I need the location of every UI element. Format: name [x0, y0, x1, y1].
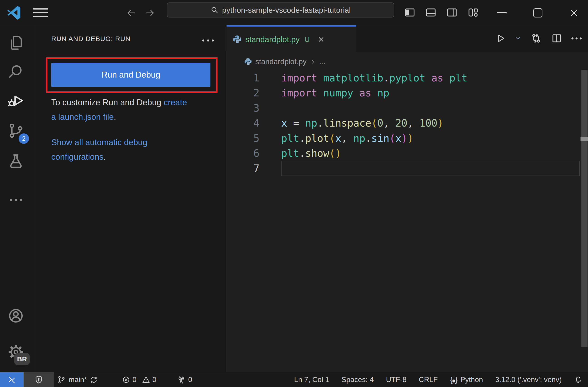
cursor-position[interactable]: Ln 7, Col 1: [294, 372, 329, 387]
explorer-icon: [7, 34, 24, 51]
split-editor-button[interactable]: [551, 33, 562, 44]
editor-scrollbar[interactable]: [581, 52, 588, 372]
run-debug-icon: [7, 92, 24, 109]
auto-period: .: [104, 152, 106, 162]
toggle-sidebar-left-icon[interactable]: [404, 7, 416, 18]
sidebar-title: RUN AND DEBUG: RUN: [51, 35, 131, 43]
code-lines: 1import matplotlib.pyplot as plt2import …: [226, 70, 588, 176]
branch-name: main*: [68, 375, 87, 384]
code-line[interactable]: 4x = np.linspace(0, 20, 100): [226, 116, 588, 131]
code-line[interactable]: 5plt.plot(x, np.sin(x)): [226, 131, 588, 146]
code-line[interactable]: 2import numpy as np: [226, 86, 588, 101]
sync-icon: [90, 376, 98, 384]
forward-icon[interactable]: [145, 7, 156, 18]
breadcrumb-file[interactable]: standardplot.py: [255, 57, 307, 66]
ports-count: 0: [188, 375, 192, 384]
minimize-icon[interactable]: [497, 12, 506, 13]
warning-icon: [142, 376, 150, 384]
profile-badge: BR: [14, 353, 30, 365]
toggle-panel-icon[interactable]: [425, 7, 437, 18]
warning-count: 0: [152, 375, 156, 384]
toggle-sidebar-right-icon[interactable]: [446, 7, 458, 18]
line-number: 4: [226, 117, 259, 129]
status-bar-right: Ln 7, Col 1 Spaces: 4 UTF-8 CRLF {} Pyth…: [294, 372, 583, 387]
back-icon[interactable]: [126, 7, 137, 18]
breadcrumb-python-icon: [244, 58, 252, 66]
vscode-window: python-sample-vscode-fastapi-tutorial 2: [0, 0, 588, 387]
code-line[interactable]: 1import matplotlib.pyplot as plt: [226, 70, 588, 86]
python-file-icon: [232, 35, 242, 44]
views-more-actions-icon[interactable]: [202, 40, 214, 42]
line-number: 1: [226, 72, 259, 84]
scrollbar-cursor-decoration: [581, 137, 588, 141]
command-center-search[interactable]: python-sample-vscode-fastapi-tutorial: [167, 2, 394, 18]
activity-bar: 2 BR: [0, 25, 35, 372]
branch-status-item[interactable]: main*: [57, 372, 98, 387]
ellipsis-icon: [10, 199, 22, 201]
language-label: Python: [460, 375, 483, 384]
radio-tower-icon: [176, 375, 186, 385]
run-dropdown-button[interactable]: [515, 35, 521, 42]
code-line[interactable]: 7: [226, 161, 588, 176]
language-icon: {}: [450, 375, 458, 384]
accounts-button[interactable]: [7, 307, 25, 325]
split-editor-icon: [551, 33, 562, 44]
testing-icon: [7, 152, 24, 170]
breadcrumb: standardplot.py ...: [244, 55, 325, 68]
close-icon[interactable]: [569, 8, 579, 18]
customize-layout-icon[interactable]: [467, 7, 479, 18]
open-changes-button[interactable]: [530, 32, 542, 44]
line-number: 3: [226, 102, 259, 114]
title-bar: python-sample-vscode-fastapi-tutorial: [0, 0, 588, 25]
vscode-logo-icon: [6, 5, 21, 20]
menu-icon[interactable]: [33, 8, 48, 18]
encoding[interactable]: UTF-8: [386, 372, 407, 387]
hint-period: .: [114, 112, 116, 122]
error-icon: [122, 376, 130, 384]
code-line[interactable]: 6plt.show(): [226, 146, 588, 161]
remote-indicator[interactable]: [0, 372, 23, 387]
open-changes-icon: [530, 32, 542, 44]
sidebar-item-run-and-debug[interactable]: [7, 92, 25, 110]
sidebar-item-source-control[interactable]: 2: [7, 122, 25, 140]
tab-bar: standardplot.py U: [226, 25, 588, 52]
sidebar-item-search[interactable]: [7, 63, 25, 81]
line-number: 2: [226, 87, 259, 99]
hint-text: To customize Run and Debug: [51, 98, 164, 107]
scrollbar-thumb[interactable]: [581, 70, 588, 347]
shield-icon: [34, 375, 43, 385]
layout-controls: [404, 7, 479, 18]
error-count: 0: [132, 375, 137, 384]
status-bar: main* 0 0 0 Ln 7, Col 1 Spaces: 4 UTF-8 …: [0, 372, 588, 387]
breadcrumb-more[interactable]: ...: [319, 57, 326, 66]
auto-debug-hint: Show all automatic debug configurations.: [51, 135, 187, 164]
workspace-search-text: python-sample-vscode-fastapi-tutorial: [222, 6, 351, 15]
problems-status-item[interactable]: 0 0: [122, 372, 156, 387]
line-number: 6: [226, 148, 259, 159]
account-icon: [7, 307, 24, 324]
sidebar-item-testing[interactable]: [7, 152, 25, 170]
language-mode[interactable]: {} Python: [450, 372, 483, 387]
search-view-icon: [7, 63, 24, 80]
run-python-file-button[interactable]: [495, 33, 506, 44]
workspace-trust-button[interactable]: [23, 372, 54, 387]
run-icon: [495, 33, 506, 44]
tab-close-icon[interactable]: [317, 36, 325, 43]
indentation[interactable]: Spaces: 4: [341, 372, 374, 387]
editor-more-actions-icon[interactable]: [571, 37, 582, 40]
branch-icon: [57, 375, 66, 384]
line-number: 5: [226, 132, 259, 144]
maximize-icon[interactable]: [533, 8, 543, 18]
ports-status-item[interactable]: 0: [176, 372, 192, 387]
code-line[interactable]: 3: [226, 101, 588, 116]
tab-standardplot[interactable]: standardplot.py U: [227, 25, 356, 52]
show-auto-configs-link[interactable]: Show all automatic debug configurations: [51, 138, 147, 162]
python-interpreter[interactable]: 3.12.0 ('.venv': venv): [495, 372, 562, 387]
line-number: 7: [226, 163, 259, 174]
bell-icon: [574, 375, 583, 384]
eol-sequence[interactable]: CRLF: [419, 372, 438, 387]
more-views-icon[interactable]: [7, 191, 25, 209]
notifications-button[interactable]: [574, 372, 583, 387]
remote-icon: [7, 375, 16, 384]
sidebar-item-explorer[interactable]: [7, 34, 25, 52]
